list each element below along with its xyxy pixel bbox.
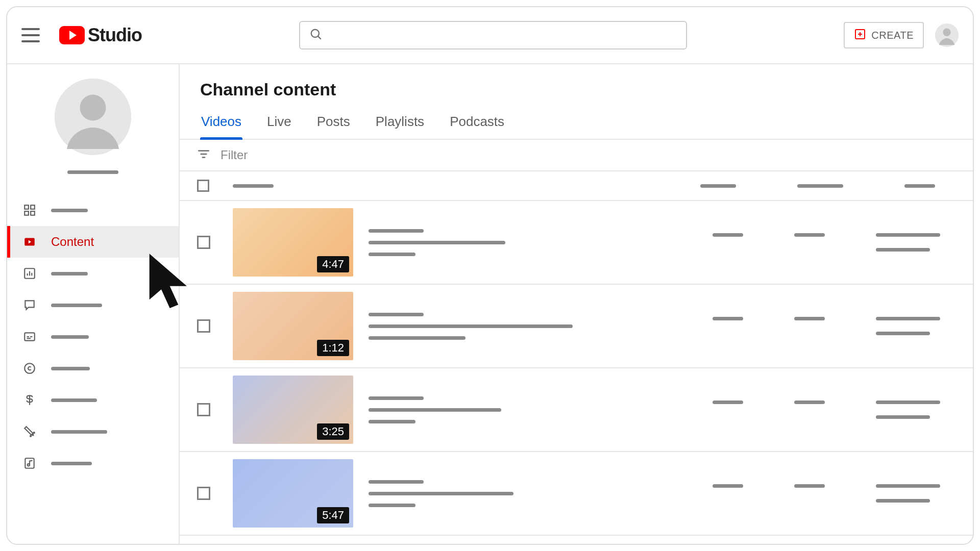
tab-podcasts[interactable]: Podcasts <box>449 109 505 139</box>
sidebar-item-label-placeholder <box>51 367 90 370</box>
create-button[interactable]: CREATE <box>844 22 924 48</box>
analytics-icon <box>22 266 37 281</box>
account-avatar[interactable] <box>935 23 959 47</box>
video-stats <box>713 400 940 419</box>
logo[interactable]: Studio <box>59 24 142 46</box>
nav: Content <box>7 194 179 479</box>
filter-row[interactable]: Filter <box>180 140 973 171</box>
create-label: CREATE <box>871 30 914 41</box>
video-meta <box>369 396 713 423</box>
stat-placeholder <box>713 484 743 488</box>
svg-rect-10 <box>31 205 35 209</box>
stat-placeholder <box>876 499 930 503</box>
row-checkbox[interactable] <box>197 487 210 500</box>
stat-placeholder <box>794 317 825 320</box>
stat-placeholder <box>794 400 825 404</box>
search-box[interactable] <box>299 21 687 49</box>
filter-icon <box>197 147 210 163</box>
video-desc-placeholder <box>369 504 415 507</box>
sidebar-item-content[interactable]: Content <box>7 226 179 258</box>
sidebar-item-audio[interactable] <box>7 447 179 479</box>
tab-posts[interactable]: Posts <box>316 109 351 139</box>
body: Content Channel content VideosLivePostsP… <box>7 64 973 544</box>
app-window: Studio CREATE <box>6 6 974 545</box>
select-all-checkbox[interactable] <box>197 180 209 192</box>
video-stats <box>713 484 940 503</box>
tab-playlists[interactable]: Playlists <box>375 109 425 139</box>
earn-icon <box>22 393 37 407</box>
sidebar-item-label-placeholder <box>51 462 92 465</box>
channel-block <box>7 79 179 194</box>
svg-rect-9 <box>24 205 29 209</box>
stat-placeholder <box>713 233 743 237</box>
svg-point-8 <box>80 95 106 121</box>
video-thumbnail[interactable]: 4:47 <box>233 208 353 277</box>
sidebar-item-label-placeholder <box>51 398 97 402</box>
page-title: Channel content <box>180 64 973 109</box>
video-stats <box>713 317 940 335</box>
create-icon <box>854 28 866 43</box>
search-container <box>154 21 831 49</box>
sidebar-item-comments[interactable] <box>7 289 179 321</box>
video-desc-placeholder <box>369 253 415 256</box>
video-meta <box>369 313 713 340</box>
filter-label: Filter <box>220 148 248 162</box>
stat-placeholder <box>876 484 940 488</box>
copyright-icon <box>22 361 37 375</box>
video-thumbnail[interactable]: 5:47 <box>233 459 353 528</box>
video-title-placeholder <box>369 229 424 233</box>
video-desc-placeholder <box>369 241 505 244</box>
subtitles-icon <box>22 330 37 344</box>
sidebar-item-customize[interactable] <box>7 416 179 447</box>
sidebar-item-label: Content <box>51 235 94 249</box>
video-desc-placeholder <box>369 336 465 340</box>
sidebar-item-label-placeholder <box>51 430 107 434</box>
video-duration: 1:12 <box>317 340 349 356</box>
row-checkbox[interactable] <box>197 236 210 249</box>
sidebar-item-earn[interactable] <box>7 384 179 416</box>
stat-placeholder <box>794 484 825 488</box>
menu-icon[interactable] <box>21 28 40 42</box>
video-row[interactable]: 3:25 <box>180 368 973 452</box>
stat-placeholder <box>876 415 930 419</box>
column-video-header <box>233 184 274 188</box>
sidebar-item-copyright[interactable] <box>7 353 179 384</box>
video-duration: 5:47 <box>317 507 349 523</box>
video-row[interactable]: 4:47 <box>180 201 973 285</box>
video-desc-placeholder <box>369 324 573 328</box>
svg-line-1 <box>318 36 321 39</box>
video-title-placeholder <box>369 313 424 316</box>
tab-videos[interactable]: Videos <box>200 109 242 139</box>
row-checkbox[interactable] <box>197 403 210 416</box>
stat-placeholder <box>794 233 825 237</box>
svg-rect-18 <box>24 333 35 340</box>
sidebar-item-dashboard[interactable] <box>7 194 179 226</box>
video-meta <box>369 480 713 507</box>
table-header <box>180 171 973 201</box>
svg-point-23 <box>32 434 33 435</box>
stat-placeholder <box>876 332 930 335</box>
customize-icon <box>22 424 37 439</box>
sidebar-item-label-placeholder <box>51 304 102 307</box>
video-desc-placeholder <box>369 420 415 423</box>
search-input[interactable] <box>330 30 677 41</box>
tab-live[interactable]: Live <box>266 109 292 139</box>
search-icon <box>309 28 323 43</box>
stat-placeholder <box>876 400 940 404</box>
stat-placeholder <box>713 317 743 320</box>
youtube-play-icon <box>59 26 85 44</box>
video-stats <box>713 233 940 252</box>
video-row[interactable]: 5:47 <box>180 452 973 536</box>
svg-point-0 <box>311 30 318 37</box>
video-row[interactable]: 1:12 <box>180 285 973 368</box>
sidebar-item-subtitles[interactable] <box>7 321 179 353</box>
sidebar-item-analytics[interactable] <box>7 258 179 289</box>
video-thumbnail[interactable]: 1:12 <box>233 292 353 360</box>
audio-icon <box>22 456 37 470</box>
video-thumbnail[interactable]: 3:25 <box>233 375 353 444</box>
logo-text: Studio <box>88 24 142 46</box>
video-title-placeholder <box>369 396 424 400</box>
row-checkbox[interactable] <box>197 319 210 333</box>
column-header <box>904 184 935 188</box>
channel-avatar[interactable] <box>55 79 131 155</box>
